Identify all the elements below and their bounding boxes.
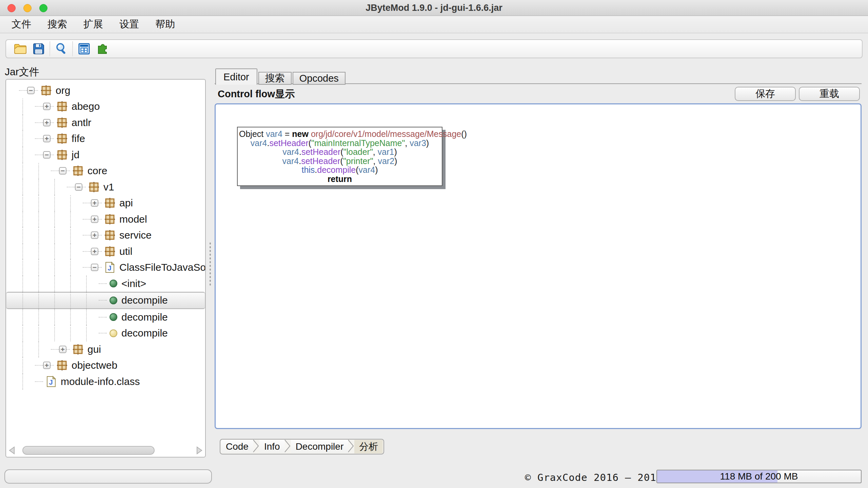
tree-item-label: objectweb	[72, 360, 117, 371]
tree-connector	[51, 138, 54, 139]
menu-item-search[interactable]: 搜索	[43, 18, 75, 31]
jar-tree: −org+abego+antlr+fife−jd−core−v1+api+mod…	[6, 82, 205, 390]
panel-splitter[interactable]	[206, 79, 214, 458]
chevron-separator-icon	[284, 439, 292, 454]
tree-item-util[interactable]: +util	[6, 243, 205, 260]
tree-item-core[interactable]: −core	[6, 163, 205, 179]
scroll-right-arrow-icon[interactable]	[195, 446, 204, 455]
tree-item-label: jd	[72, 149, 79, 161]
tree-connector	[51, 106, 54, 107]
bottom-tab-code[interactable]: Code	[221, 440, 253, 453]
expand-toggle[interactable]: +	[91, 231, 98, 239]
expand-toggle[interactable]: +	[91, 248, 98, 255]
expand-toggle[interactable]: +	[43, 135, 51, 142]
tree-item-init[interactable]: <init>	[6, 276, 205, 292]
tree-item-gui[interactable]: +gui	[6, 341, 205, 358]
tree-item-decompile[interactable]: decompile	[6, 309, 205, 325]
expand-toggle[interactable]: +	[43, 119, 51, 126]
copyright-text: © GraxCode 2016 – 2018	[525, 472, 663, 483]
tree-guide-line	[22, 309, 23, 325]
tree-guide-line	[38, 195, 39, 211]
tree-guide-line	[54, 309, 55, 325]
menu-item-settings[interactable]: 设置	[115, 18, 147, 31]
sidebar-title: Jar文件	[5, 65, 39, 79]
tree-item-classfiletojavasourcede[interactable]: −JClassFileToJavaSourceDe	[6, 260, 205, 276]
collapse-toggle[interactable]: −	[91, 264, 98, 271]
tree-item-antlr[interactable]: +antlr	[6, 115, 205, 131]
tree-guide-line	[22, 292, 23, 309]
tab--[interactable]: 搜索	[258, 72, 292, 85]
tree-horizontal-scrollbar[interactable]	[7, 445, 204, 455]
plugin-icon[interactable]	[96, 42, 109, 56]
tree-guide-line	[22, 373, 23, 390]
tree-connector	[35, 106, 43, 107]
tree-connector	[66, 349, 70, 350]
scroll-left-arrow-icon[interactable]	[7, 446, 16, 455]
tree-item-module-info-class[interactable]: Jmodule-info.class	[6, 373, 205, 390]
menu-item-help[interactable]: 帮助	[151, 18, 183, 31]
code-line: var4.setHeader("loader", var1)	[239, 147, 440, 157]
scrollbar-track[interactable]	[16, 446, 195, 455]
tree-connector	[82, 187, 86, 187]
jar-tree-panel: −org+abego+antlr+fife−jd−core−v1+api+mod…	[5, 79, 206, 458]
collapse-toggle[interactable]: −	[59, 167, 66, 175]
expand-toggle[interactable]: +	[91, 199, 98, 207]
open-folder-icon[interactable]	[14, 42, 27, 56]
menu-bar: 文件搜索扩展设置帮助	[0, 16, 868, 33]
tree-guide-line	[22, 179, 23, 195]
tree-guide-line	[38, 309, 39, 325]
tree-item-decompile[interactable]: decompile	[6, 292, 205, 309]
tree-item-abego[interactable]: +abego	[6, 99, 205, 115]
expand-toggle[interactable]: +	[43, 362, 51, 369]
expand-toggle[interactable]: +	[91, 216, 98, 223]
expand-toggle[interactable]: +	[59, 346, 66, 353]
expand-toggle[interactable]: +	[43, 103, 51, 110]
flow-graph-node[interactable]: Object var4 = new org/jd/core/v1/model/m…	[237, 127, 442, 186]
tab-editor[interactable]: Editor	[215, 68, 257, 85]
control-flow-canvas[interactable]: Object var4 = new org/jd/core/v1/model/m…	[215, 103, 862, 429]
search-icon[interactable]	[55, 42, 68, 56]
tree-item-fife[interactable]: +fife	[6, 131, 205, 147]
package-icon	[41, 85, 52, 96]
tree-connector	[98, 203, 102, 203]
menu-item-extensions[interactable]: 扩展	[79, 18, 111, 31]
tree-item-label: service	[119, 229, 152, 241]
tab-opcodes[interactable]: Opcodes	[293, 72, 346, 85]
save-floppy-icon[interactable]	[32, 42, 45, 56]
tree-item-model[interactable]: +model	[6, 211, 205, 227]
reload-button[interactable]: 重载	[799, 87, 860, 101]
tree-connector	[51, 349, 59, 350]
tree-item-v1[interactable]: −v1	[6, 179, 205, 195]
bottom-tab-decompiler[interactable]: Decompiler	[291, 440, 349, 453]
tree-connector	[83, 235, 91, 236]
tree-item-jd[interactable]: −jd	[6, 147, 205, 163]
collapse-toggle[interactable]: −	[43, 151, 51, 159]
tree-item-service[interactable]: +service	[6, 227, 205, 244]
bottom-tab--[interactable]: 分析	[354, 440, 383, 453]
package-icon	[57, 117, 67, 128]
jbytemod-window: JByteMod 1.9.0 - jd-gui-1.6.6.jar 文件搜索扩展…	[0, 0, 868, 488]
tree-connector	[99, 317, 107, 318]
tree-guide-line	[38, 325, 39, 342]
method-icon	[110, 313, 117, 321]
tree-guide-line	[70, 325, 71, 342]
tree-guide-line	[54, 179, 55, 195]
tree-connector	[98, 267, 102, 268]
collapse-toggle[interactable]: −	[27, 87, 35, 94]
tree-item-api[interactable]: +api	[6, 195, 205, 211]
tree-item-objectweb[interactable]: +objectweb	[6, 358, 205, 374]
save-button[interactable]: 保存	[735, 87, 796, 101]
tree-connector	[51, 155, 54, 155]
collapse-toggle[interactable]: −	[75, 183, 82, 191]
menu-item-file[interactable]: 文件	[7, 18, 39, 31]
tree-guide-line	[38, 341, 39, 358]
tree-item-org[interactable]: −org	[6, 82, 205, 99]
tree-guide-line	[38, 211, 39, 227]
title-bar[interactable]: JByteMod 1.9.0 - jd-gui-1.6.6.jar	[0, 0, 868, 16]
bottom-tab-info[interactable]: Info	[259, 440, 285, 453]
internal-frame-icon[interactable]	[77, 42, 91, 56]
tree-item-decompile[interactable]: decompile	[6, 325, 205, 342]
scrollbar-thumb[interactable]	[22, 446, 155, 455]
tree-guide-line	[22, 195, 23, 211]
memory-usage-bar[interactable]: 118 MB of 200 MB	[656, 470, 862, 483]
